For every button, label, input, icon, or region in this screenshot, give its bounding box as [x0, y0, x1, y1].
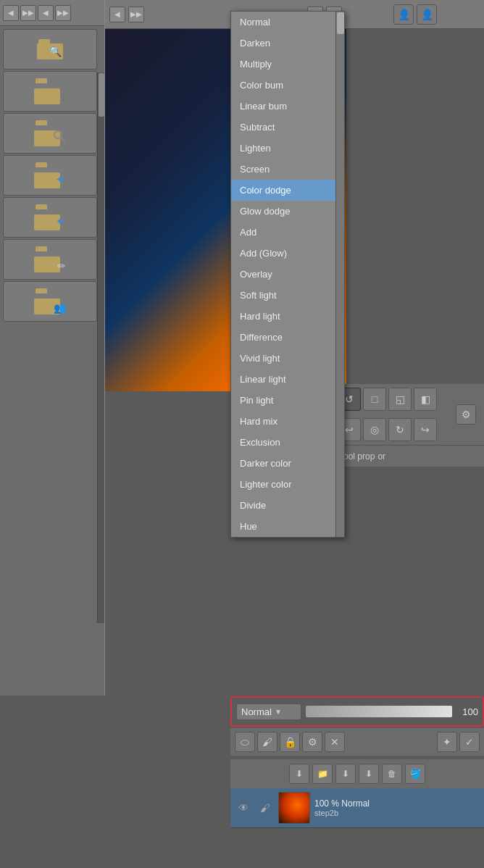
tool-cut[interactable]: ◧ — [414, 388, 437, 411]
right-controls: ⚙ — [448, 384, 484, 445]
svg-point-0 — [54, 131, 62, 138]
menu-item-soft-light[interactable]: Soft light — [231, 285, 344, 306]
blend-mode-label: Normal — [241, 706, 272, 717]
ctrl-duplicate[interactable]: ⬇ — [335, 764, 356, 784]
top-nav-back[interactable]: ◀ — [109, 7, 125, 22]
menu-item-difference[interactable]: Difference — [231, 327, 344, 348]
layer-visibility-icon[interactable]: 👁 — [235, 792, 252, 824]
action-paint[interactable]: 🖌 — [257, 732, 278, 752]
tool-select[interactable]: ◱ — [388, 388, 412, 411]
menu-item-pin-light[interactable]: Pin light — [231, 390, 344, 411]
action-ellipse[interactable]: ⬭ — [235, 732, 255, 752]
layer-thumb-inner-1 — [279, 793, 309, 823]
blend-opacity-bar: Normal ▼ 100 — [230, 696, 484, 727]
tool-item-2[interactable]: ↓ — [3, 71, 97, 112]
nav-forward2-btn[interactable]: ▶▶ — [55, 5, 71, 21]
tool-item-6[interactable]: ✏ — [3, 239, 97, 280]
tool-circle[interactable]: ◎ — [363, 418, 386, 441]
menu-item-exclusion[interactable]: Exclusion — [231, 432, 344, 453]
folder-icon-1: 🔍 — [37, 39, 63, 59]
opacity-slider[interactable] — [306, 706, 452, 717]
action-check[interactable]: ✓ — [459, 732, 480, 752]
menu-item-normal[interactable]: Normal — [231, 12, 344, 33]
tool-item-4[interactable]: ✦ — [3, 155, 97, 196]
menu-item-hard-light[interactable]: Hard light — [231, 306, 344, 327]
menu-item-linear-light[interactable]: Linear light — [231, 369, 344, 390]
nav-back-btn[interactable]: ◀ — [3, 5, 19, 21]
layer-list: 👁 🖌 100 % Normal step2b — [230, 788, 484, 868]
menu-item-multiply[interactable]: Multiply — [231, 54, 344, 75]
menu-item-vivid-light[interactable]: Vivid light — [231, 348, 344, 369]
menu-item-lighten[interactable]: Lighten — [231, 138, 344, 159]
tools-row: ↺ □ ◱ ◧ — [333, 384, 448, 414]
ctrl-add[interactable]: ⬇ — [289, 764, 309, 784]
blend-mode-arrow: ▼ — [275, 708, 282, 716]
menu-items-container: NormalDarkenMultiplyColor bumLinear bumS… — [231, 12, 344, 537]
nav-forward-btn[interactable]: ▶▶ — [20, 5, 36, 21]
tool-item-7[interactable]: 👥 — [3, 281, 97, 322]
toolbar-nav: ◀ ▶▶ ◀ ▶▶ — [0, 0, 104, 26]
gear-icon[interactable]: ⚙ — [456, 404, 476, 425]
menu-item-color-dodge[interactable]: Color dodge — [231, 180, 344, 201]
blend-mode-select[interactable]: Normal ▼ — [236, 704, 301, 720]
menu-item-screen[interactable]: Screen — [231, 159, 344, 180]
menu-item-subtract[interactable]: Subtract — [231, 117, 344, 138]
tool-props-area: Tool prop or — [333, 445, 484, 467]
layer-thumb-1 — [278, 792, 310, 824]
action-star[interactable]: ✦ — [437, 732, 457, 752]
dropdown-scrollbar[interactable] — [335, 12, 344, 537]
left-scroll-track[interactable] — [97, 72, 104, 623]
ctrl-down[interactable]: ⬇ — [359, 764, 379, 784]
action-settings[interactable]: ⚙ — [302, 732, 322, 752]
left-scroll-thumb[interactable] — [99, 73, 104, 117]
layer-item-1[interactable]: 👁 🖌 100 % Normal step2b — [230, 788, 484, 828]
tool-item-5[interactable]: ✦ — [3, 197, 97, 238]
tool-redo[interactable]: ↪ — [414, 418, 437, 441]
menu-item-divide[interactable]: Divide — [231, 495, 344, 516]
layer-subtitle-1: step2b — [314, 809, 480, 817]
scrollbar-thumb[interactable] — [337, 12, 344, 34]
layer-controls: ⬇ 📁 ⬇ ⬇ 🗑 🪣 — [230, 759, 484, 788]
action-buttons-bar: ⬭ 🖌 🔒 ⚙ ✕ ✦ ✓ — [230, 728, 484, 756]
layer-info-1: 100 % Normal step2b — [314, 798, 480, 817]
ctrl-folder[interactable]: 📁 — [312, 764, 333, 784]
layer-title-1: 100 % Normal — [314, 798, 480, 809]
menu-item-color-bum[interactable]: Color bum — [231, 75, 344, 96]
right-panel-top: 👤 👤 — [346, 0, 484, 29]
menu-item-overlay[interactable]: Overlay — [231, 264, 344, 285]
tool-refresh[interactable]: ↻ — [388, 418, 412, 441]
right-icon-person[interactable]: 👤 — [393, 4, 414, 25]
tool-item-3[interactable] — [3, 113, 97, 154]
blend-mode-dropdown: NormalDarkenMultiplyColor bumLinear bumS… — [230, 11, 345, 538]
ctrl-fill[interactable]: 🪣 — [405, 764, 425, 784]
toolbar-items: 🔍 ↓ — [0, 26, 104, 325]
svg-line-1 — [61, 138, 64, 141]
menu-item-glow-dodge[interactable]: Glow dodge — [231, 201, 344, 222]
layer-paint-icon[interactable]: 🖌 — [256, 792, 274, 824]
menu-item-linear-bum[interactable]: Linear bum — [231, 96, 344, 117]
menu-item-hue[interactable]: Hue — [231, 516, 344, 537]
tool-item-1[interactable]: 🔍 — [3, 29, 97, 70]
opacity-value: 100 — [456, 706, 478, 717]
ctrl-delete[interactable]: 🗑 — [382, 764, 402, 784]
left-toolbar: ◀ ▶▶ ◀ ▶▶ 🔍 ↓ — [0, 0, 105, 696]
menu-item-darker-color[interactable]: Darker color — [231, 453, 344, 474]
tool-square[interactable]: □ — [363, 388, 386, 411]
menu-item-hard-mix[interactable]: Hard mix — [231, 411, 344, 432]
menu-item-darken[interactable]: Darken — [231, 33, 344, 54]
menu-item-lighter-color[interactable]: Lighter color — [231, 474, 344, 495]
right-icon-person2[interactable]: 👤 — [417, 4, 437, 25]
menu-item-add-glow[interactable]: Add (Glow) — [231, 243, 344, 264]
action-x[interactable]: ✕ — [325, 732, 345, 752]
action-lock[interactable]: 🔒 — [280, 732, 300, 752]
top-nav-forward[interactable]: ▶▶ — [128, 7, 144, 22]
menu-item-add[interactable]: Add — [231, 222, 344, 243]
nav-back2-btn[interactable]: ◀ — [38, 5, 54, 21]
tool-color-label: or — [377, 451, 385, 462]
layer-icon-row: ↩ ◎ ↻ ↪ — [333, 414, 448, 445]
